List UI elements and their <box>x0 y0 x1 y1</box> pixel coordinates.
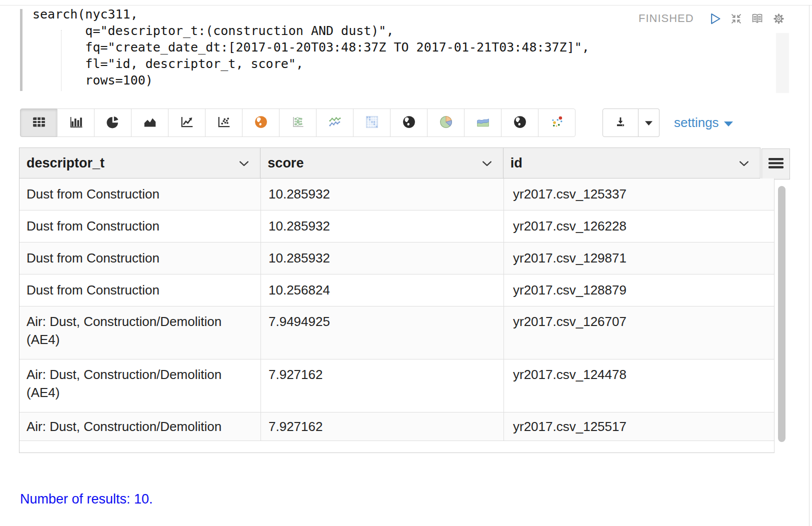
table-scrollbar-thumb[interactable] <box>778 186 786 442</box>
heatmap-icon <box>364 114 380 132</box>
cell-id: yr2017.csv_129871 <box>504 242 767 274</box>
paragraph-right-divider <box>809 5 810 526</box>
table-body: Dust from Construction 10.285932 yr2017.… <box>19 178 774 453</box>
globe-orange-icon <box>254 114 268 132</box>
gear-icon <box>772 18 786 27</box>
viz-button-map-globe-orange[interactable] <box>242 108 280 137</box>
viz-button-multi-line-chart[interactable] <box>316 108 354 137</box>
table-row: Air: Dust, Construction/Demolition (AE4)… <box>20 360 774 412</box>
results-table: descriptor_t score id <box>19 148 790 454</box>
bubble-chart-green-icon <box>290 114 306 132</box>
cell-id: yr2017.csv_126228 <box>504 210 767 242</box>
table-row: Dust from Construction 10.256824 yr2017.… <box>20 274 774 306</box>
download-options-button[interactable] <box>638 108 660 137</box>
caret-down-icon <box>645 118 652 128</box>
cell-id: yr2017.csv_125517 <box>504 412 767 440</box>
cell-descriptor-t: Dust from Construction <box>20 210 261 242</box>
chevron-down-icon[interactable] <box>482 160 492 166</box>
viz-button-table[interactable] <box>20 108 58 137</box>
table-header-row: descriptor_t score id <box>19 148 760 178</box>
settings-label: settings <box>674 115 719 130</box>
cell-score: 7.927162 <box>261 412 504 440</box>
viz-button-area-chart-color[interactable] <box>464 108 502 137</box>
cell-descriptor-t: Dust from Construction <box>20 274 261 306</box>
download-button[interactable] <box>602 108 638 137</box>
cell-score: 10.285932 <box>261 242 504 274</box>
cell-descriptor-t: Air: Dust, Construction/Demolition <box>20 412 261 440</box>
hamburger-menu-icon <box>768 158 784 170</box>
pie-chart-icon <box>106 114 120 132</box>
column-header-score[interactable]: score <box>260 148 503 178</box>
cell-descriptor-t: Air: Dust, Construction/Demolition (AE4) <box>20 306 261 359</box>
cell-id: yr2017.csv_125337 <box>504 178 767 210</box>
code-gutter-bar <box>20 9 22 91</box>
bar-chart-icon <box>68 114 84 132</box>
viz-button-line-chart[interactable] <box>168 108 206 137</box>
chevron-down-icon[interactable] <box>239 160 249 166</box>
status-badge: FINISHED <box>638 12 694 25</box>
table-row: Dust from Construction 10.285932 yr2017.… <box>20 210 774 242</box>
area-color-icon <box>476 114 490 132</box>
collapse-button[interactable] <box>730 12 743 26</box>
code-line[interactable]: q="descriptor_t:(construction AND dust)"… <box>32 22 590 39</box>
viz-button-pie-chart-color[interactable] <box>427 108 464 137</box>
download-icon <box>614 116 627 130</box>
cell-score: 10.285932 <box>261 178 504 210</box>
viz-button-pie-chart[interactable] <box>94 108 132 137</box>
viz-button-area-chart[interactable] <box>131 108 168 137</box>
code-scrollbar-track[interactable] <box>776 33 789 93</box>
compress-icon <box>730 18 743 27</box>
column-label: score <box>268 156 304 171</box>
column-label: id <box>510 156 522 171</box>
cell-score: 7.9494925 <box>261 306 504 359</box>
cell-score: 10.256824 <box>261 274 504 306</box>
cell-descriptor-t: Dust from Construction <box>20 242 261 274</box>
code-line[interactable]: fq="create_date_dt:[2017-01-20T03:48:37Z… <box>32 39 590 56</box>
viz-button-globe-dark[interactable] <box>390 108 428 137</box>
paragraph-top-divider <box>0 5 812 6</box>
code-line[interactable]: fl="id, descriptor_t, score", <box>32 56 590 72</box>
table-row: Dust from Construction 10.285932 yr2017.… <box>20 178 774 210</box>
viz-button-heatmap-blue[interactable] <box>353 108 390 137</box>
pie-color-icon <box>438 114 454 132</box>
code-line[interactable]: rows=100) <box>32 72 590 88</box>
scatter-plot-icon <box>216 114 232 132</box>
visualization-toolbar <box>20 108 576 137</box>
scatter-color-icon <box>550 114 564 132</box>
chevron-down-icon[interactable] <box>739 160 749 166</box>
viz-button-scatter-plot[interactable] <box>205 108 242 137</box>
viz-button-globe-dark-2[interactable] <box>501 108 538 137</box>
cell-id: yr2017.csv_126707 <box>504 306 767 359</box>
book-icon <box>750 18 764 27</box>
globe-dark-icon <box>402 114 416 132</box>
viz-button-bar-chart[interactable] <box>57 108 94 137</box>
results-count-text: Number of results: 10. <box>20 492 153 507</box>
multi-line-chart-icon <box>328 114 342 132</box>
globe-dark-icon <box>512 114 528 132</box>
settings-toggle[interactable]: settings <box>674 108 733 137</box>
column-header-id[interactable]: id <box>504 148 760 178</box>
paragraph-settings-button[interactable] <box>772 12 786 26</box>
cell-id: yr2017.csv_124478 <box>504 360 767 412</box>
cell-score: 7.927162 <box>261 360 504 412</box>
code-editor[interactable]: search(nyc311, q="descriptor_t:(construc… <box>32 6 590 88</box>
table-row: Air: Dust, Construction/Demolition (AE4)… <box>20 306 774 360</box>
table-row: Air: Dust, Construction/Demolition 7.927… <box>20 412 774 441</box>
play-icon <box>708 18 722 27</box>
notebook-link-button[interactable] <box>750 12 764 26</box>
line-chart-icon <box>180 114 194 132</box>
cell-descriptor-t: Air: Dust, Construction/Demolition (AE4) <box>20 360 261 412</box>
column-label: descriptor_t <box>26 156 104 171</box>
viz-button-bubble-chart-green[interactable] <box>279 108 316 137</box>
notebook-paragraph: search(nyc311, q="descriptor_t:(construc… <box>0 0 812 526</box>
grid-menu-button[interactable] <box>762 148 790 180</box>
area-chart-icon <box>142 114 158 132</box>
cell-score: 10.285932 <box>261 210 504 242</box>
run-button[interactable] <box>708 12 722 26</box>
caret-down-icon <box>724 122 733 126</box>
code-line[interactable]: search(nyc311, <box>32 6 590 22</box>
table-row: Dust from Construction 10.285932 yr2017.… <box>20 242 774 274</box>
column-header-descriptor-t[interactable]: descriptor_t <box>20 148 260 178</box>
table-icon <box>32 114 46 132</box>
viz-button-scatter-color[interactable] <box>538 108 576 137</box>
